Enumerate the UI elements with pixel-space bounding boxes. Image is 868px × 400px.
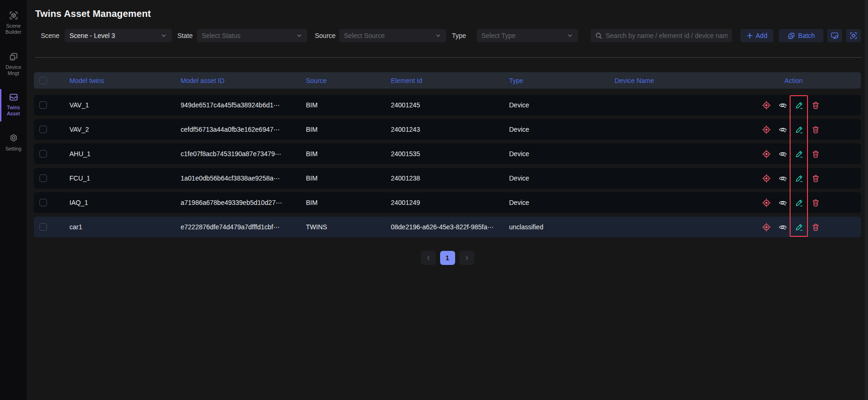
element-id-cell: 24001243 (391, 126, 509, 133)
table-row[interactable]: VAV_1 949de6517c4a45f5a38924b6d1⋯ BIM 24… (34, 95, 861, 115)
delete-trash-icon[interactable] (811, 125, 820, 134)
row-checkbox[interactable] (39, 126, 47, 133)
column-header-action: Action (755, 77, 861, 84)
delete-trash-icon[interactable] (811, 223, 820, 232)
add-button-label: Add (756, 32, 768, 39)
table-row[interactable]: VAV_2 cefdf56713a44a0fb3e162e6947⋯ BIM 2… (34, 119, 861, 140)
row-checkbox[interactable] (39, 150, 47, 158)
preview-eye-icon[interactable] (778, 223, 787, 232)
sidebar-item-setting[interactable]: Setting (0, 133, 27, 152)
edit-pencil-icon[interactable] (795, 198, 804, 207)
device-mngt-icon (8, 52, 19, 62)
edit-pencil-icon[interactable] (795, 125, 804, 134)
locate-target-icon[interactable] (762, 174, 771, 183)
edit-pencil-icon[interactable] (795, 223, 804, 232)
preview-eye-icon[interactable] (778, 125, 787, 134)
table-row[interactable]: IAQ_1 a71986a678be49339eb5d10d27⋯ BIM 24… (34, 192, 861, 213)
row-checkbox[interactable] (39, 223, 47, 231)
edit-pencil-icon[interactable] (795, 150, 804, 158)
preview-eye-icon[interactable] (778, 174, 787, 183)
sidebar-item-scene-builder[interactable]: Scene Builder (0, 10, 27, 35)
delete-trash-icon[interactable] (811, 198, 820, 207)
model-twins-cell: FCU_1 (69, 174, 181, 182)
model-settings-button[interactable] (846, 29, 861, 42)
annotation-highlight-box (790, 95, 808, 237)
delete-trash-icon[interactable] (811, 101, 820, 110)
row-checkbox[interactable] (39, 101, 47, 109)
element-id-cell: 24001245 (391, 101, 509, 109)
sidebar-item-twins-asset[interactable]: Twins Asset (0, 92, 27, 117)
edit-pencil-icon[interactable] (795, 101, 804, 110)
search-box (591, 29, 732, 42)
chevron-down-icon (567, 32, 573, 39)
element-id-cell: 24001238 (391, 174, 509, 182)
gear-brackets-icon (849, 31, 858, 40)
locate-target-icon[interactable] (762, 101, 771, 110)
next-page-button[interactable] (459, 251, 474, 265)
row-checkbox[interactable] (39, 174, 47, 182)
element-id-cell: 24001249 (391, 199, 509, 206)
filter-divider (35, 57, 862, 58)
scene-select[interactable]: Scene - Level 3 (65, 29, 172, 42)
source-select[interactable]: Select Source (339, 29, 446, 42)
column-header-model-twins: Model twins (69, 77, 181, 84)
type-cell: Device (509, 174, 615, 182)
chevron-left-icon (426, 255, 431, 261)
sidebar-item-device-mngt[interactable]: Device Mngt (0, 52, 27, 76)
sidebar-item-label: Scene Builder (5, 23, 21, 35)
table-row[interactable]: AHU_1 c1fe07f8acb7453190a87e73479⋯ BIM 2… (34, 143, 861, 164)
source-filter-label: Source (315, 32, 335, 39)
model-asset-id-cell: cefdf56713a44a0fb3e162e6947⋯ (181, 126, 306, 133)
model-twins-cell: VAV_1 (69, 101, 181, 109)
column-header-element-id: Element Id (391, 77, 509, 84)
locate-target-icon[interactable] (762, 198, 771, 207)
batch-button-label: Batch (798, 32, 815, 39)
table-row[interactable]: car1 e7222876dfe74d479a7dfffd1cbf⋯ TWINS… (34, 217, 861, 237)
table-header-row: Model twins Model asset ID Source Elemen… (34, 72, 861, 89)
search-input[interactable] (606, 32, 728, 39)
table-row[interactable]: FCU_1 1a01e0db56b64cf3838ae9258a⋯ BIM 24… (34, 168, 861, 189)
element-id-cell: 08de2196-a626-45e3-822f-985fa⋯ (391, 223, 509, 231)
page-number-button[interactable]: 1 (440, 251, 455, 265)
locate-target-icon[interactable] (762, 150, 771, 158)
preview-eye-icon[interactable] (778, 101, 787, 110)
chevron-down-icon (296, 32, 303, 39)
page-title: Twins Asset Management (35, 8, 151, 19)
scene-view-button[interactable] (827, 29, 842, 42)
type-cell: Device (509, 199, 615, 206)
model-asset-id-cell: 949de6517c4a45f5a38924b6d1⋯ (181, 101, 306, 109)
pagination: 1 (34, 251, 861, 265)
scrollbar[interactable] (865, 0, 868, 400)
twins-asset-icon (8, 92, 19, 102)
plus-icon (746, 32, 753, 39)
model-asset-id-cell: c1fe07f8acb7453190a87e73479⋯ (181, 150, 306, 158)
locate-target-icon[interactable] (762, 223, 771, 232)
batch-icon (787, 32, 795, 40)
source-cell: TWINS (306, 223, 391, 231)
state-select[interactable]: Select Status (197, 29, 307, 42)
type-select[interactable]: Select Type (477, 29, 578, 42)
type-cell: Device (509, 126, 615, 133)
row-checkbox[interactable] (39, 199, 47, 206)
prev-page-button[interactable] (421, 251, 436, 265)
delete-trash-icon[interactable] (811, 150, 820, 158)
preview-eye-icon[interactable] (778, 150, 787, 158)
batch-button[interactable]: Batch (779, 29, 823, 42)
model-twins-cell: IAQ_1 (69, 199, 181, 206)
column-header-model-asset-id: Model asset ID (181, 77, 306, 84)
add-button[interactable]: Add (740, 29, 773, 42)
preview-eye-icon[interactable] (778, 198, 787, 207)
locate-target-icon[interactable] (762, 125, 771, 134)
app-window: Scene Builder Device Mngt Twins Asset (0, 0, 868, 400)
search-icon (595, 32, 602, 39)
type-cell: Device (509, 150, 615, 158)
source-cell: BIM (306, 150, 391, 158)
scene-select-value: Scene - Level 3 (69, 32, 158, 39)
type-filter-label: Type (452, 32, 466, 39)
select-all-checkbox[interactable] (39, 77, 47, 84)
delete-trash-icon[interactable] (811, 174, 820, 183)
monitor-cube-icon (830, 31, 839, 40)
chevron-down-icon (435, 32, 442, 39)
sidebar-item-label: Twins Asset (7, 105, 20, 117)
edit-pencil-icon[interactable] (795, 174, 804, 183)
